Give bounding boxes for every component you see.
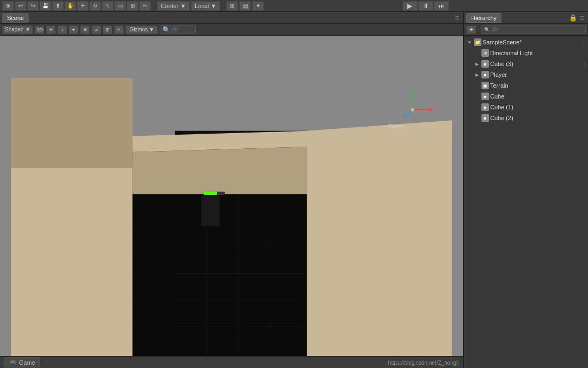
- cube-label: Cube: [490, 93, 586, 100]
- expand-arrow-cube3[interactable]: ▶: [474, 62, 480, 67]
- scene-root-options[interactable]: ⋮: [580, 40, 586, 45]
- cube2-icon: ■: [481, 114, 489, 122]
- svg-rect-27: [204, 192, 217, 195]
- scale-tool[interactable]: ⤡: [102, 1, 114, 11]
- scene-tab-options[interactable]: ≡: [453, 14, 461, 22]
- hierarchy-tab[interactable]: Hierarchy: [466, 13, 501, 23]
- watermark-url: https://blog.csdn.net/Z_hongli: [388, 360, 459, 366]
- svg-marker-12: [11, 78, 133, 168]
- terrain-icon: ▣: [481, 82, 489, 89]
- rect-tool[interactable]: ▭: [114, 1, 126, 11]
- grid-btn[interactable]: ⊞: [226, 1, 238, 11]
- toolbar-group-tools: ⊕ ↩ ↪ 💾 ⬆ ✋ ✛ ↻ ⤡ ▭ ⊞ ✂: [2, 1, 151, 11]
- svg-text:x: x: [433, 108, 435, 113]
- svg-rect-25: [201, 194, 220, 226]
- lighting-btn[interactable]: ☀: [46, 25, 56, 34]
- scene-root-icon: 📁: [474, 38, 481, 46]
- 2d-btn[interactable]: 2D: [35, 25, 44, 34]
- scene-tab[interactable]: Scene: [2, 13, 29, 23]
- svg-text:← Persp: ← Persp: [381, 123, 404, 129]
- separator-1: [154, 2, 154, 10]
- cube3-options[interactable]: ›: [584, 61, 586, 67]
- visibility-btn[interactable]: 👁: [80, 25, 90, 34]
- scene-root-label: SampleScene*: [483, 39, 579, 45]
- center-btn[interactable]: Center ▼: [157, 1, 190, 11]
- cube-icon: ■: [481, 93, 489, 100]
- import-btn[interactable]: ⬆: [52, 1, 64, 11]
- separator-2: [223, 2, 223, 10]
- play-controls: ▶ ⏸ ⏭: [402, 1, 449, 11]
- terrain-item[interactable]: ▣ Terrain: [464, 80, 588, 91]
- cube1-item[interactable]: ■ Cube (1): [464, 102, 588, 113]
- svg-text:⋮: ⋮: [444, 82, 452, 90]
- more-btn[interactable]: ⊞: [103, 25, 113, 34]
- scene-panel: Scene ≡ Shaded ▼ 2D ☀ ♪ ✦ 👁 ≡ ⊞ ✂ Gizmos…: [0, 12, 464, 368]
- player-label: Player: [490, 71, 586, 78]
- hierarchy-add-btn[interactable]: +: [466, 25, 476, 34]
- player-item[interactable]: ▶ ■ Player: [464, 69, 588, 80]
- shading-mode-select[interactable]: Shaded ▼: [2, 25, 33, 34]
- player-icon: ■: [481, 71, 489, 78]
- expand-arrow-player[interactable]: ▶: [474, 73, 480, 77]
- step-btn[interactable]: ⏭: [434, 1, 449, 11]
- scene-root-item[interactable]: ▼ 📁 SampleScene* ⋮: [464, 37, 588, 48]
- scene-tab-bar: Scene ≡: [0, 12, 463, 24]
- cube3-icon: ■: [481, 60, 489, 68]
- rotate-tool[interactable]: ↻: [89, 1, 101, 11]
- local-btn[interactable]: Local ▼: [191, 1, 220, 11]
- move-tool[interactable]: ✛: [77, 1, 89, 11]
- cube2-item[interactable]: ■ Cube (2): [464, 113, 588, 123]
- layers-btn[interactable]: ≡: [91, 25, 101, 34]
- bottom-options[interactable]: ⋮: [43, 359, 49, 366]
- hand-tool[interactable]: ✋: [64, 1, 76, 11]
- audio-btn[interactable]: ♪: [57, 25, 67, 34]
- cube3-item[interactable]: ▶ ■ Cube (3) ›: [464, 58, 588, 69]
- game-icon: 🎮: [9, 359, 17, 366]
- play-btn[interactable]: ▶: [402, 1, 418, 11]
- scene-search-input[interactable]: [171, 27, 193, 32]
- directional-light-label: Directional Light: [490, 50, 586, 56]
- svg-marker-24: [133, 147, 307, 194]
- undo-btn[interactable]: ↩: [15, 1, 27, 11]
- hierarchy-search-input[interactable]: [492, 27, 583, 32]
- save-btn[interactable]: 💾: [39, 1, 51, 11]
- snap-btn[interactable]: ▤: [239, 1, 251, 11]
- cube-item[interactable]: ■ Cube: [464, 91, 588, 102]
- search-icon: 🔍: [484, 27, 490, 32]
- extra-btn[interactable]: ✂: [114, 25, 124, 34]
- top-toolbar: ⊕ ↩ ↪ 💾 ⬆ ✋ ✛ ↻ ⤡ ▭ ⊞ ✂ Center ▼ Local ▼…: [0, 0, 588, 12]
- terrain-label: Terrain: [490, 82, 586, 89]
- gizmos-btn[interactable]: Gizmos ▼: [125, 25, 158, 34]
- scene-toolbar: Shaded ▼ 2D ☀ ♪ ✦ 👁 ≡ ⊞ ✂ Gizmos ▼ 🔍: [0, 24, 463, 36]
- pause-btn[interactable]: ⏸: [418, 1, 433, 11]
- svg-point-36: [411, 108, 414, 111]
- redo-btn[interactable]: ↪: [27, 1, 39, 11]
- bottom-bar: 🎮 Game ⋮ https://blog.csdn.net/Z_hongli: [0, 356, 463, 368]
- hierarchy-search-box[interactable]: 🔍: [481, 25, 586, 34]
- cube1-icon: ■: [481, 103, 489, 111]
- effects-btn[interactable]: ✦: [69, 25, 78, 34]
- svg-marker-13: [307, 120, 452, 356]
- custom-tool[interactable]: ✂: [139, 1, 151, 11]
- hierarchy-content: ▼ 📁 SampleScene* ⋮ ☀ Directional Light ▶…: [464, 36, 588, 368]
- unity-logo-btn[interactable]: ⊕: [2, 1, 14, 11]
- expand-arrow-scene[interactable]: ▼: [466, 40, 473, 45]
- cube3-label: Cube (3): [490, 61, 583, 67]
- main-area: Scene ≡ Shaded ▼ 2D ☀ ♪ ✦ 👁 ≡ ⊞ ✂ Gizmos…: [0, 12, 588, 368]
- cube1-label: Cube (1): [490, 104, 586, 110]
- hierarchy-panel: Hierarchy 🔒 ≡ + 🔍 ▼ 📁 SampleScene* ⋮: [464, 12, 588, 368]
- directional-light-icon: ☀: [481, 49, 489, 57]
- panel-options[interactable]: ≡: [578, 14, 586, 22]
- lock-icon[interactable]: 🔒: [569, 14, 577, 22]
- game-label: Game: [19, 359, 35, 366]
- svg-text:y: y: [414, 88, 416, 93]
- hierarchy-tab-bar: Hierarchy 🔒 ≡: [464, 12, 588, 24]
- directional-light-item[interactable]: ☀ Directional Light: [464, 48, 588, 58]
- cube2-label: Cube (2): [490, 115, 586, 121]
- render-btn[interactable]: ✦: [252, 1, 264, 11]
- viewport[interactable]: y x ← Persp ⋮: [0, 36, 463, 356]
- viewport-canvas: y x ← Persp ⋮: [0, 36, 463, 356]
- game-tab-btn[interactable]: 🎮 Game: [4, 357, 40, 367]
- scene-search-box[interactable]: 🔍: [160, 25, 196, 34]
- transform-tool[interactable]: ⊞: [127, 1, 138, 11]
